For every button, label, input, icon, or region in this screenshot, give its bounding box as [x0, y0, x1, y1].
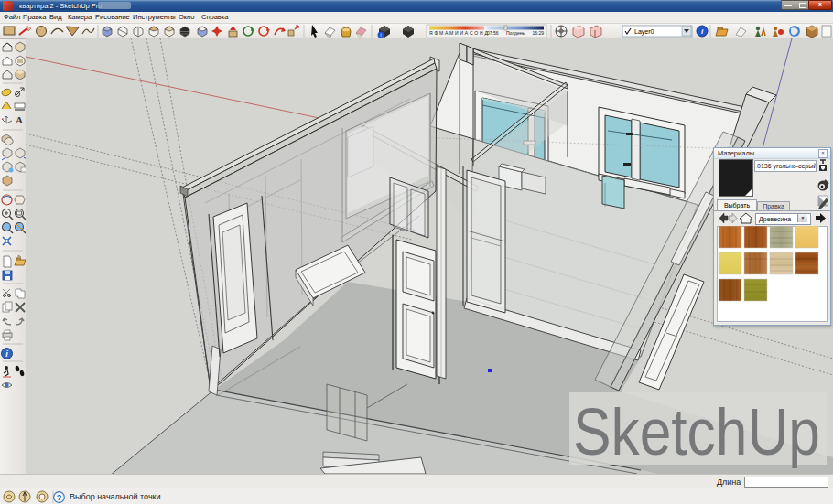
svg-text:A: A [16, 114, 23, 125]
svg-text:i: i [380, 32, 381, 38]
svg-text:Полдень: Полдень [506, 30, 525, 36]
svg-text:07:56: 07:56 [487, 30, 499, 36]
svg-text:Layer0: Layer0 [634, 28, 654, 36]
svg-text:?: ? [57, 493, 62, 502]
svg-text:SketchUp: SketchUp [573, 394, 820, 468]
svg-text:16:29: 16:29 [532, 30, 544, 36]
svg-text:Я Ф М А М И И А С О Н Д: Я Ф М А М И И А С О Н Д [429, 30, 488, 36]
